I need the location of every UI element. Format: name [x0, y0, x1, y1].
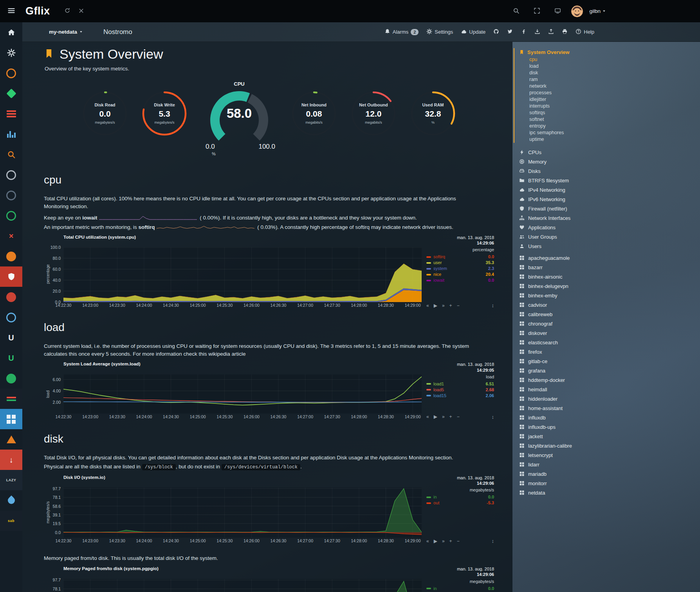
menu-app-firefox[interactable]: firefox — [519, 347, 608, 356]
twitter-button[interactable] — [507, 29, 513, 36]
menu-item-processes[interactable]: processes — [519, 90, 608, 96]
chart-zoom-out-button[interactable]: − — [457, 303, 460, 308]
chart-pan-left-button[interactable]: « — [426, 538, 429, 544]
alarms-button[interactable]: Alarms 2 — [384, 29, 419, 36]
legend-item-iowait[interactable]: iowait0.0 — [426, 277, 494, 283]
legend-item-load5[interactable]: load52.68 — [426, 387, 494, 393]
menu-app-bazarr[interactable]: bazarr — [519, 263, 608, 272]
menu-section-ipv6-networking[interactable]: IPv6 Networking — [519, 194, 608, 204]
menu-app-elasticsearch[interactable]: elasticsearch — [519, 338, 608, 347]
menu-app-diskover[interactable]: diskover — [519, 328, 608, 338]
sidebar-item-app-magnifier[interactable] — [0, 144, 22, 165]
search-button[interactable] — [513, 7, 520, 15]
sidebar-item-app-swirl[interactable] — [0, 63, 22, 83]
chart-pan-left-button[interactable]: « — [426, 414, 429, 419]
sidebar-item-app-lightning[interactable] — [0, 205, 22, 226]
menu-app-calibreweb[interactable]: calibreweb — [519, 309, 608, 319]
sidebar-item-settings-gear[interactable] — [0, 43, 22, 63]
legend-item-load15[interactable]: load152.06 — [426, 393, 494, 399]
sidebar-item-app-meter[interactable] — [0, 389, 22, 409]
menu-app-home-assistant[interactable]: home-assistant — [519, 403, 608, 413]
menu-app-influxdb[interactable]: influxdb — [519, 413, 608, 422]
menu-app-influxdb-ups[interactable]: influxdb-ups — [519, 422, 608, 432]
facebook-button[interactable] — [521, 29, 527, 36]
sidebar-item-app-play[interactable] — [0, 368, 22, 389]
chart-pan-right-button[interactable]: » — [442, 303, 445, 308]
menu-item-cpu[interactable]: cpu — [519, 56, 608, 63]
menu-item-disk[interactable]: disk — [519, 70, 608, 76]
sidebar-item-app-rings[interactable] — [0, 307, 22, 327]
menu-section-users[interactable]: Users — [519, 241, 608, 251]
menu-section-firewall-netfilter[interactable]: Firewall (netfilter) — [519, 204, 608, 213]
close-tab-button[interactable] — [78, 8, 84, 15]
gauge-net-outbound[interactable]: Net Outbound12.0megabits/s — [350, 90, 397, 137]
chart-zoom-out-button[interactable]: − — [457, 414, 460, 419]
menu-section-disks[interactable]: Disks — [519, 166, 608, 176]
sidebar-item-app-gem[interactable] — [0, 83, 22, 104]
legend-item-in[interactable]: in0.0 — [426, 586, 494, 592]
menu-app-binhex-emby[interactable]: binhex-emby — [519, 291, 608, 300]
chart-zoom-out-button[interactable]: − — [457, 538, 460, 544]
menu-app-netdata[interactable]: netdata — [519, 488, 608, 497]
gauge-disk-read[interactable]: Disk Read0.0megabytes/s — [81, 90, 129, 137]
chart-resize-handle[interactable]: ↕ — [492, 302, 494, 308]
menu-app-binhex-airsonic[interactable]: binhex-airsonic — [519, 272, 608, 281]
sidebar-item-app-flame[interactable] — [0, 246, 22, 266]
sidebar-item-app-drop[interactable] — [0, 490, 22, 511]
legend-item-out[interactable]: out-5.3 — [426, 500, 494, 506]
import-button[interactable] — [534, 29, 540, 36]
chart-zoom-in-button[interactable]: + — [449, 538, 452, 544]
sidebar-item-app-stack[interactable] — [0, 104, 22, 124]
menu-section-ipv4-networking[interactable]: IPv4 Networking — [519, 185, 608, 194]
chart-plot-area[interactable] — [63, 374, 422, 414]
chart-plot-area[interactable] — [63, 247, 422, 302]
menu-app-hddtemp-docker[interactable]: hddtemp-docker — [519, 375, 608, 385]
menu-section-applications[interactable]: Applications — [519, 223, 608, 232]
chart-play-button[interactable]: ▶ — [434, 303, 437, 308]
legend-item-system[interactable]: system2.3 — [426, 266, 494, 272]
gauge-cpu[interactable]: CPU58.00.0100.0% — [200, 81, 278, 161]
menu-item-entropy[interactable]: entropy — [519, 123, 608, 130]
menu-item-load[interactable]: load — [519, 63, 608, 70]
hamburger-menu-button[interactable] — [0, 0, 22, 22]
chart-pan-right-button[interactable]: » — [442, 538, 445, 544]
sidebar-item-app-disc-dark[interactable] — [0, 165, 22, 185]
sidebar-item-app-down-arrow[interactable]: ↓ — [0, 450, 22, 470]
refresh-button[interactable] — [64, 7, 70, 15]
menu-item-interrupts[interactable]: interrupts — [519, 103, 608, 110]
menu-section-btrfs-filesystem[interactable]: BTRFS filesystem — [519, 176, 608, 185]
legend-item-load1[interactable]: load16.51 — [426, 381, 494, 387]
menu-item-ipc-semaphores[interactable]: ipc semaphores — [519, 130, 608, 136]
settings-button[interactable]: Settings — [426, 29, 453, 36]
sidebar-item-app-cross[interactable]: × — [0, 226, 22, 246]
menu-app-mariadb[interactable]: mariadb — [519, 469, 608, 479]
sidebar-item-home[interactable] — [0, 22, 22, 43]
menu-app-hiddenloader[interactable]: hiddenloader — [519, 394, 608, 403]
chart-plot-area[interactable] — [63, 488, 422, 538]
help-button[interactable]: Help — [576, 29, 594, 36]
sidebar-item-app-window[interactable] — [0, 409, 22, 429]
menu-section-memory[interactable]: Memory — [519, 157, 608, 166]
github-button[interactable] — [493, 29, 499, 36]
menu-section-network-interfaces[interactable]: Network Interfaces — [519, 213, 608, 223]
legend-item-softirq[interactable]: softirq0.0 — [426, 254, 494, 260]
export-button[interactable] — [548, 29, 554, 36]
display-button[interactable] — [554, 7, 561, 15]
menu-item-softnet[interactable]: softnet — [519, 116, 608, 123]
user-menu[interactable]: gilbn — [589, 8, 606, 14]
menu-app-letsencrypt[interactable]: letsencrypt — [519, 450, 608, 460]
legend-item-nice[interactable]: nice20.4 — [426, 272, 494, 277]
sidebar-item-app-lazy[interactable]: LAZY — [0, 470, 22, 490]
sidebar-item-app-u-green[interactable]: U — [0, 348, 22, 368]
menu-app-cadvisor[interactable]: cadvisor — [519, 300, 608, 309]
sidebar-item-app-disc[interactable] — [0, 185, 22, 205]
fullscreen-button[interactable] — [534, 7, 540, 15]
chart-zoom-in-button[interactable]: + — [449, 414, 452, 419]
menu-app-heimdall[interactable]: heimdall — [519, 385, 608, 394]
gauge-used-ram[interactable]: Used RAM32.8% — [409, 90, 457, 137]
menu-item-uptime[interactable]: uptime — [519, 136, 608, 143]
chart-play-button[interactable]: ▶ — [434, 538, 437, 544]
menu-item-softirqs[interactable]: softirqs — [519, 110, 608, 116]
chart-resize-handle[interactable]: ↕ — [492, 414, 494, 420]
sidebar-item-app-fox[interactable] — [0, 429, 22, 450]
